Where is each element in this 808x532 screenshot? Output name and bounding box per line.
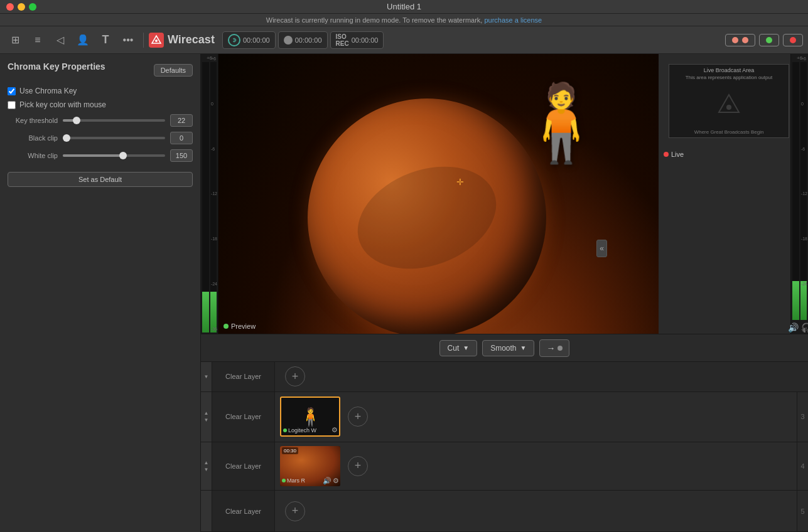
logitech-layer-item[interactable]: 🧍 Logitech W ⚙ [280, 396, 340, 437]
use-chroma-key-label: Use Chroma Key [19, 87, 77, 95]
live-broadcast-subtitle: This area represents application output [669, 75, 789, 80]
pick-key-color-row: Pick key color with mouse [8, 100, 193, 109]
layer-1-add-button[interactable]: + [285, 366, 305, 386]
live-broadcast-title: Live Broadcast Area [669, 67, 789, 73]
maximize-button[interactable] [29, 3, 36, 11]
transition-go-button[interactable]: → [539, 339, 569, 357]
layer-4-label[interactable]: Clear Layer [212, 491, 275, 531]
cut-button[interactable]: Cut ▼ [439, 340, 478, 356]
black-clip-track[interactable] [63, 137, 165, 139]
smooth-button[interactable]: Smooth ▼ [482, 340, 534, 356]
logitech-item-label: Logitech W ⚙ [283, 426, 338, 434]
key-threshold-thumb[interactable] [73, 117, 80, 124]
person-figure: 🧍 [514, 79, 608, 168]
vu-bar-right-1 [792, 62, 799, 320]
status-dot-3 [766, 37, 772, 43]
use-chroma-key-checkbox[interactable] [8, 87, 16, 95]
layer-row-1: ▼ Clear Layer + [201, 362, 808, 392]
iso-button[interactable]: ISOREC 00:00:00 [330, 31, 384, 49]
status-dot-2 [742, 37, 748, 43]
record-time: 00:00:00 [295, 36, 322, 44]
status-button-1[interactable] [725, 34, 755, 46]
pick-key-color-checkbox[interactable] [8, 101, 16, 109]
speaker-icon[interactable]: 🔊 [788, 322, 799, 332]
black-clip-value: 0 [170, 132, 193, 144]
wirecast-brand-name: Wirecast [168, 33, 215, 46]
demo-bar: Wirecast is currently running in demo mo… [0, 14, 808, 26]
layer-3-label[interactable]: Clear Layer [212, 442, 275, 491]
watermark-icon [716, 92, 741, 123]
layers-panel: ▼ Clear Layer + ▲ ▼ Clear Layer [201, 361, 808, 532]
left-panel: Chroma Key Properties Defaults Use Chrom… [0, 54, 201, 532]
set-as-default-button[interactable]: Set as Default [8, 172, 193, 187]
right-vu-meter: +6 +6 0 -6 -12 -18 -24 -36 [790, 54, 808, 334]
demo-text: Wirecast is currently running in demo mo… [266, 16, 483, 24]
logitech-settings-gear[interactable]: ⚙ [331, 426, 338, 434]
wirecast-logo: Wirecast [149, 33, 215, 48]
layers-content: ▼ Clear Layer + ▲ ▼ Clear Layer [201, 362, 808, 532]
live-broadcast-box: Live Broadcast Area This area represents… [669, 64, 789, 138]
key-threshold-track[interactable] [63, 119, 165, 122]
white-clip-track[interactable] [63, 154, 165, 157]
traffic-lights [6, 3, 36, 11]
mixer-nav-icon[interactable]: ≡ [28, 30, 48, 50]
panel-collapse-button[interactable]: « [596, 240, 607, 257]
mars-layer-item[interactable]: 00:30 Mars R 🔊 ⚙ [280, 446, 340, 486]
svg-point-1 [155, 40, 158, 42]
purchase-link[interactable]: purchase a license [484, 16, 542, 24]
layer-2-up-arrow[interactable]: ▲ [204, 410, 209, 416]
record-button[interactable]: 00:00:00 [278, 31, 328, 49]
layer-1-label[interactable]: Clear Layer [212, 362, 275, 391]
key-threshold-label: Key threshold [8, 117, 58, 124]
layer-2-add-button[interactable]: + [348, 407, 368, 427]
minimize-button[interactable] [18, 3, 25, 11]
white-clip-thumb[interactable] [119, 152, 127, 159]
status-dot-4 [790, 37, 796, 43]
preview-dot [224, 324, 229, 329]
preview-canvas[interactable]: 🧍 ✛ Preview [218, 54, 659, 334]
cut-dropdown-arrow[interactable]: ▼ [463, 344, 469, 351]
smooth-dropdown-arrow[interactable]: ▼ [520, 344, 527, 351]
text-nav-icon[interactable]: T [95, 30, 116, 50]
layer-2-down-arrow[interactable]: ▼ [204, 417, 209, 423]
stream-button[interactable]: 00:00:00 [222, 31, 276, 49]
layer-4-arrows-placeholder [201, 491, 212, 531]
status-button-2[interactable] [759, 34, 779, 46]
defaults-button[interactable]: Defaults [154, 64, 193, 77]
chroma-key-header: Chroma Key Properties Defaults [8, 61, 193, 79]
layer-4-number: 5 [797, 491, 808, 531]
layer-row-4: Clear Layer + 5 [201, 491, 808, 532]
layer-3-up-arrow[interactable]: ▲ [204, 460, 209, 466]
layer-2-items: 🧍 Logitech W ⚙ + [275, 392, 797, 442]
logitech-name: Logitech W [288, 427, 316, 434]
black-clip-thumb[interactable] [63, 134, 70, 142]
center-panel: +6 +6 0 -6 -12 -18 -24 -36 [201, 54, 808, 532]
layer-1-collapse-toggle[interactable]: ▼ [201, 362, 212, 391]
window-title: Untitled 1 [387, 2, 421, 11]
white-clip-value: 150 [170, 149, 193, 162]
layer-2-label[interactable]: Clear Layer [212, 392, 275, 442]
mars-settings-gear[interactable]: ⚙ [333, 477, 339, 485]
audio-nav-icon[interactable]: ◁ [50, 30, 70, 50]
user-nav-icon[interactable]: 👤 [73, 30, 93, 50]
preview-label: Preview [224, 322, 256, 330]
close-button[interactable] [6, 3, 14, 11]
layer-2-arrows: ▲ ▼ [201, 392, 212, 442]
layer-4-add-button[interactable]: + [285, 501, 305, 521]
wirecast-logo-icon [149, 33, 164, 48]
black-clip-row: Black clip 0 [8, 132, 193, 144]
layer-3-add-button[interactable]: + [348, 456, 368, 476]
left-vu-meter: +6 +6 0 -6 -12 -18 -24 -36 [201, 54, 218, 334]
key-threshold-value: 22 [170, 114, 193, 127]
more-nav-icon[interactable]: ••• [118, 30, 138, 50]
layer-3-down-arrow[interactable]: ▼ [204, 467, 209, 472]
planet-surface-detail [343, 149, 510, 287]
preview-scene: 🧍 ✛ [218, 54, 659, 334]
status-button-3[interactable] [783, 34, 803, 46]
mars-timestamp: 00:30 [282, 447, 298, 454]
key-threshold-row: Key threshold 22 [8, 114, 193, 127]
layers-nav-icon[interactable]: ⊞ [5, 30, 25, 50]
logitech-status-dot [283, 428, 287, 432]
layer-3-items: 00:30 Mars R 🔊 ⚙ + [275, 442, 797, 491]
chroma-key-title: Chroma Key Properties [8, 61, 105, 72]
